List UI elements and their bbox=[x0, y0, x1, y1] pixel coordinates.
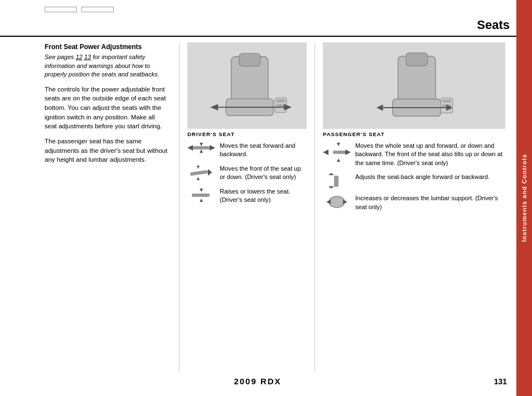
right-divider bbox=[315, 42, 315, 371]
svg-marker-30 bbox=[337, 143, 340, 146]
svg-rect-4 bbox=[277, 99, 285, 103]
footer-model: 2009 RDX bbox=[234, 376, 281, 386]
svg-marker-11 bbox=[210, 145, 215, 151]
svg-marker-34 bbox=[345, 149, 351, 155]
tab-1[interactable] bbox=[45, 7, 77, 12]
svg-rect-22 bbox=[406, 53, 427, 66]
svg-marker-39 bbox=[343, 200, 347, 204]
svg-rect-9 bbox=[193, 146, 210, 149]
passenger-control-3: Increases or decreases the lumbar suppor… bbox=[323, 194, 505, 211]
svg-marker-17 bbox=[197, 177, 200, 180]
main-content: Front Seat Power Adjustments See pages 1… bbox=[0, 37, 532, 377]
page-header: Seats bbox=[0, 15, 532, 37]
passenger-control-text-3: Increases or decreases the lumbar suppor… bbox=[355, 194, 505, 211]
passenger-controls: Moves the whole seat up and forward, or … bbox=[323, 142, 505, 211]
body-para-1: The controls for the power adjustable fr… bbox=[45, 85, 168, 131]
tab-2[interactable] bbox=[81, 7, 114, 12]
backangle-icon bbox=[323, 173, 351, 189]
safety-link-2[interactable]: 13 bbox=[84, 54, 91, 60]
svg-marker-31 bbox=[337, 158, 340, 162]
svg-marker-37 bbox=[328, 186, 334, 189]
passenger-control-text-1: Moves the whole seat up and forward, or … bbox=[355, 142, 505, 167]
section-title: Front Seat Power Adjustments bbox=[45, 42, 168, 52]
svg-marker-10 bbox=[187, 145, 193, 151]
passenger-seat-diagram bbox=[323, 42, 505, 129]
driver-control-text-3: Raises or lowers the seat. (Driver's sea… bbox=[220, 187, 307, 205]
page-number: 131 bbox=[494, 377, 507, 386]
passenger-column: PASSENGER'S SEAT Moves the whole seat up… bbox=[318, 42, 510, 371]
driver-seat-svg bbox=[200, 51, 294, 120]
svg-marker-27 bbox=[376, 104, 383, 111]
svg-marker-19 bbox=[200, 189, 203, 192]
safety-prefix: See pages bbox=[45, 54, 76, 60]
driver-control-text-2: Moves the front of the seat up or down. … bbox=[220, 165, 307, 182]
safety-link-1[interactable]: 12 bbox=[76, 54, 83, 60]
svg-marker-6 bbox=[210, 104, 218, 110]
svg-marker-40 bbox=[326, 200, 331, 204]
passenger-control-text-2: Adjusts the seat-back angle forward or b… bbox=[355, 173, 490, 181]
svg-rect-35 bbox=[334, 176, 338, 187]
svg-marker-33 bbox=[323, 149, 328, 155]
svg-rect-18 bbox=[192, 194, 210, 197]
svg-marker-36 bbox=[328, 173, 334, 175]
page-title: Seats bbox=[477, 18, 510, 32]
svg-rect-1 bbox=[239, 54, 260, 66]
svg-marker-15 bbox=[208, 169, 212, 176]
svg-marker-7 bbox=[284, 104, 292, 110]
right-sidebar: Instruments and Controls bbox=[516, 0, 532, 396]
driver-column: DRIVER'S SEAT Moves the seat forward and… bbox=[183, 42, 311, 371]
svg-rect-25 bbox=[442, 100, 451, 103]
svg-marker-13 bbox=[200, 149, 203, 153]
passenger-seat-svg bbox=[371, 51, 457, 120]
passenger-control-2: Adjusts the seat-back angle forward or b… bbox=[323, 173, 505, 189]
passenger-seat-label: PASSENGER'S SEAT bbox=[323, 131, 505, 137]
svg-marker-20 bbox=[200, 199, 203, 202]
raise-lower-icon bbox=[187, 187, 215, 203]
top-tabs bbox=[0, 0, 532, 12]
svg-point-38 bbox=[329, 196, 345, 207]
driver-control-1: Moves the seat forward and backward. bbox=[187, 142, 307, 159]
front-updown-icon bbox=[187, 165, 215, 181]
passenger-control-1: Moves the whole seat up and forward, or … bbox=[323, 142, 505, 167]
driver-controls: Moves the seat forward and backward. Mov… bbox=[187, 142, 307, 204]
left-column: Front Seat Power Adjustments See pages 1… bbox=[45, 42, 176, 371]
driver-control-text-1: Moves the seat forward and backward. bbox=[220, 142, 307, 159]
svg-marker-12 bbox=[200, 143, 203, 146]
svg-marker-16 bbox=[197, 166, 200, 169]
page-footer: 2009 RDX bbox=[0, 376, 515, 386]
body-para-2: The passenger seat has the same adjustme… bbox=[45, 137, 168, 165]
lumbar-icon bbox=[323, 194, 351, 210]
driver-control-3: Raises or lowers the seat. (Driver's sea… bbox=[187, 187, 307, 205]
forward-backward-icon bbox=[187, 142, 215, 154]
safety-note: See pages 12 13 for important safety inf… bbox=[45, 53, 168, 79]
driver-seat-label: DRIVER'S SEAT bbox=[187, 131, 307, 137]
driver-control-2: Moves the front of the seat up or down. … bbox=[187, 165, 307, 182]
svg-rect-32 bbox=[333, 151, 345, 154]
svg-rect-14 bbox=[190, 170, 209, 176]
left-divider bbox=[179, 42, 180, 371]
driver-seat-diagram bbox=[187, 42, 307, 129]
whole-seat-icon bbox=[323, 142, 351, 163]
sidebar-label: Instruments and Controls bbox=[521, 154, 528, 242]
